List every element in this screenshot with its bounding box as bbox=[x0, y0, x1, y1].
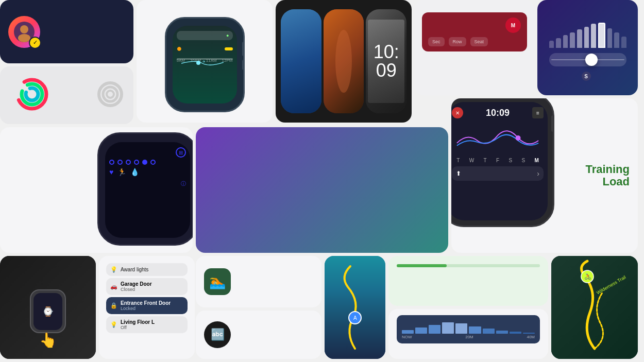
eta-text: ● bbox=[226, 33, 229, 38]
effort-bars bbox=[549, 20, 626, 48]
smartstack-card: NOW20M40M bbox=[388, 309, 548, 359]
workout-icon: 🏊 bbox=[204, 268, 231, 295]
svg-point-10 bbox=[516, 135, 521, 141]
photos-card: 10: 09 bbox=[276, 0, 412, 123]
training-card: ✕ 10:09 ≡ TWTFSSM bbox=[451, 98, 638, 253]
doubletap-bg: ⌚ 👆 bbox=[0, 256, 96, 359]
seat-row: Row bbox=[449, 37, 466, 46]
svg-text:A: A bbox=[353, 315, 357, 321]
svg-text:Wilderness Trail: Wilderness Trail bbox=[596, 274, 626, 296]
airport: ● bbox=[177, 43, 182, 54]
distance-card: 🚴 Wilderness Trail bbox=[551, 256, 638, 359]
watchos-card bbox=[196, 127, 448, 253]
pause-rings-icon bbox=[95, 79, 125, 111]
ticketing-card: M Sec Row Seat bbox=[415, 0, 534, 95]
seat-seat: Seat bbox=[470, 37, 488, 46]
svg-point-7 bbox=[103, 87, 117, 101]
pause-card bbox=[0, 66, 133, 124]
widget-items: 💡 Award lights 🚗 Garage DoorClosed 🔒 Ent… bbox=[106, 263, 188, 333]
effort-slider[interactable] bbox=[549, 53, 626, 66]
vitals-card: ⊞ ♥ 🏃 💧 bbox=[0, 127, 193, 253]
ticket-detail: M Sec Row Seat bbox=[422, 12, 527, 51]
custom-workouts-card: 🏊 bbox=[196, 256, 321, 307]
svg-text:🚴: 🚴 bbox=[584, 273, 591, 280]
preg-progress-bar bbox=[397, 264, 540, 267]
seat-sec: Sec bbox=[428, 37, 445, 46]
training-label: TrainingLoad bbox=[585, 163, 630, 188]
checkin-card bbox=[0, 0, 133, 63]
vitals-watch: ⊞ ♥ 🏃 💧 bbox=[97, 132, 193, 246]
svg-text:✈: ✈ bbox=[202, 59, 205, 64]
translate-card: 🔤 bbox=[196, 311, 321, 359]
distance-map: 🚴 Wilderness Trail bbox=[551, 256, 638, 359]
ticket-seats: Sec Row Seat bbox=[428, 37, 521, 46]
effort-level: S bbox=[582, 72, 594, 81]
effort-card: S bbox=[537, 0, 638, 95]
hiking-card: A bbox=[325, 256, 385, 359]
photos-watches: 10: 09 bbox=[281, 9, 406, 113]
training-chart bbox=[452, 123, 544, 153]
rain-widget: NOW20M40M bbox=[397, 315, 540, 343]
doubletap-card: ⌚ 👆 bbox=[0, 256, 96, 359]
live-watch: ● ● 9AM10AM11AM12PM bbox=[165, 17, 245, 112]
hiking-map: A bbox=[325, 256, 385, 359]
rain-bars bbox=[402, 321, 535, 334]
preg-progress-fill bbox=[397, 264, 447, 267]
training-watch: ✕ 10:09 ≡ TWTFSSM bbox=[451, 98, 560, 232]
pregnancy-card bbox=[388, 256, 548, 306]
activity-rings-icon bbox=[13, 76, 50, 115]
svg-point-5 bbox=[26, 88, 38, 100]
widgets-card: 💡 Award lights 🚗 Garage DoorClosed 🔒 Ent… bbox=[99, 256, 195, 359]
avatar bbox=[8, 16, 40, 48]
team-logo: M bbox=[505, 18, 521, 33]
avatar-image bbox=[14, 22, 35, 42]
svg-point-8 bbox=[107, 91, 114, 98]
ticket-date bbox=[428, 18, 430, 23]
translate-icon: 🔤 bbox=[204, 321, 231, 348]
live-activities-card: ● ● 9AM10AM11AM12PM bbox=[137, 0, 273, 123]
svg-point-2 bbox=[18, 34, 30, 42]
svg-point-1 bbox=[20, 25, 28, 33]
